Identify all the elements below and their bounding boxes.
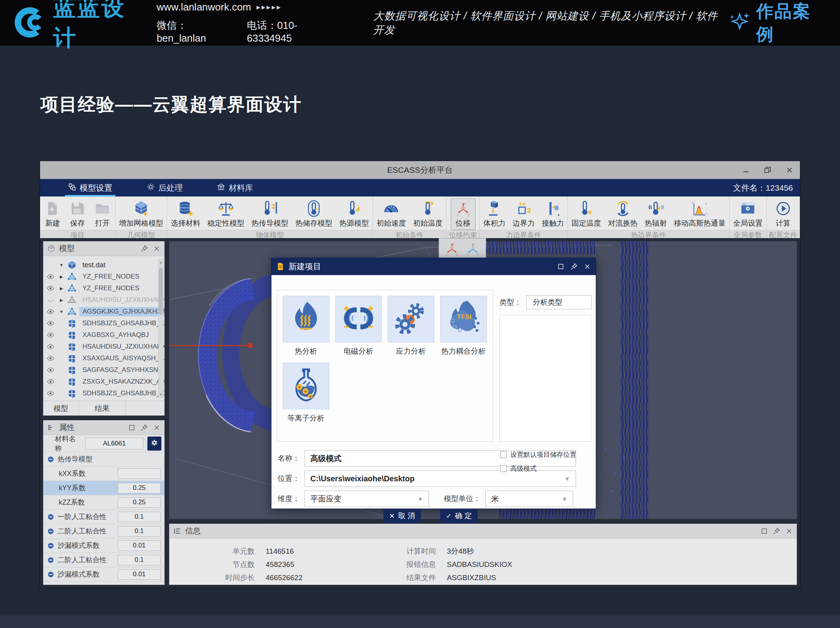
property-row-kXX系数[interactable]: kXX系数	[43, 467, 164, 481]
tab-模型设置[interactable]: 模型设置	[62, 179, 119, 196]
property-input[interactable]: 0.01	[118, 540, 161, 551]
tree-item[interactable]: ▶YZ_FREE_NODES	[46, 282, 157, 294]
panel-tab-模型[interactable]: 模型	[43, 401, 79, 416]
toolbar-button-计算[interactable]: 计算	[771, 198, 796, 230]
minus-circle-icon[interactable]	[47, 556, 54, 564]
popout-icon[interactable]	[557, 263, 565, 270]
eye-icon[interactable]	[46, 343, 56, 351]
toolbar-button-新建[interactable]: 新建	[40, 198, 65, 230]
toolbar-button-热传导模型[interactable]: 热传导模型	[248, 198, 292, 230]
tree-item[interactable]: HSAUHDISU_JZXIUXHAHX	[46, 341, 157, 353]
toolbar-button-保存[interactable]: 保存	[65, 198, 90, 230]
type-input[interactable]: 分析类型	[526, 295, 592, 309]
tree-item[interactable]: XSAXGAUS_AISYAQSH_ASHX	[46, 353, 157, 364]
tree-item[interactable]: SDHSBJZS_GHSABJHB_ZAHU	[46, 388, 157, 399]
eye-icon[interactable]	[46, 284, 56, 292]
dimension-select[interactable]: 平面应变 ▼	[304, 491, 429, 507]
toolbar-button-固定温度[interactable]: 固定温度	[568, 198, 604, 230]
pin-icon[interactable]	[140, 424, 148, 432]
toolbar-button-增加网格模型[interactable]: 增加网格模型	[116, 198, 167, 230]
caret-right-icon[interactable]: ▶	[58, 298, 65, 303]
toolbar-button-热源模型[interactable]: 热源模型	[336, 198, 373, 230]
eye-closed-icon[interactable]	[46, 296, 56, 304]
window-titlebar[interactable]: ESCASS分析平台	[40, 161, 800, 179]
minus-circle-icon[interactable]	[47, 542, 54, 549]
caret-down-icon[interactable]: ▼	[58, 263, 65, 267]
property-input[interactable]: 0.1	[118, 526, 161, 537]
property-input[interactable]: 0.1	[118, 555, 161, 565]
eye-icon[interactable]	[46, 319, 56, 327]
checkbox-icon[interactable]	[500, 465, 507, 472]
toolbar-button-热储存模型[interactable]: 热储存模型	[292, 198, 336, 230]
analysis-card-等离子分析[interactable]: +++等离子分析	[280, 363, 332, 423]
minus-circle-icon[interactable]	[47, 456, 54, 463]
property-input[interactable]: 0.1	[118, 512, 161, 522]
cancel-button[interactable]: ✕ 取 消	[383, 509, 421, 523]
close-icon[interactable]	[153, 424, 161, 432]
dialog-titlebar[interactable]: 新建项目	[271, 258, 596, 275]
eye-icon[interactable]	[46, 354, 56, 362]
minimize-icon[interactable]	[741, 165, 751, 175]
advanced-mode-checkbox[interactable]: 高级模式	[500, 464, 537, 473]
toolbar-button-体积力[interactable]: 体积力	[480, 198, 509, 230]
eye-icon[interactable]	[46, 308, 56, 316]
axis-blue-icon[interactable]: zxy	[465, 241, 481, 256]
toolbar-button-初始速度[interactable]: 初始速度	[373, 198, 410, 230]
toolbar-button-移动高斯热通量[interactable]: zyx移动高斯热通量	[670, 198, 729, 230]
material-settings-button[interactable]	[147, 437, 161, 451]
property-row-沙漏模式系数[interactable]: 沙漏模式系数0.01	[43, 539, 164, 553]
close-icon[interactable]	[784, 165, 794, 175]
tree-item[interactable]: SDHSBJZS_GHSABJHB_ZAHU	[46, 318, 157, 329]
property-input[interactable]: 0.25	[118, 497, 161, 508]
tree-item[interactable]: SAGFASGZ_ASYHHXSN	[46, 364, 157, 376]
scroll-down-icon[interactable]: ▼	[159, 393, 163, 396]
pin-icon[interactable]	[140, 245, 148, 253]
card-flask-icon[interactable]: +++	[283, 363, 329, 409]
eye-icon[interactable]	[46, 331, 56, 339]
type-list-box[interactable]	[499, 315, 591, 442]
close-icon[interactable]	[153, 245, 161, 253]
caret-down-icon[interactable]: ▼	[58, 309, 65, 314]
panel-tab-结果[interactable]: 结果	[79, 401, 126, 416]
analysis-card-电磁分析[interactable]: 电磁分析	[332, 296, 385, 356]
tab-材料库[interactable]: 材料库	[211, 179, 259, 196]
card-tfsi-icon[interactable]: TFSI	[440, 296, 487, 342]
toolbar-button-选择材料[interactable]: 选择材料	[167, 198, 204, 230]
property-row-二阶人工粘合性[interactable]: 二阶人工粘合性0.1	[43, 524, 164, 539]
tab-后处理[interactable]: 后处理	[140, 179, 189, 196]
toolbar-button-全局设置[interactable]: 全局设置	[730, 198, 766, 230]
card-gears-icon[interactable]	[388, 296, 434, 342]
caret-right-icon[interactable]: ▶	[58, 274, 65, 279]
close-icon[interactable]	[583, 263, 591, 270]
tree-item[interactable]: ▼AGSGKJKG_GJHXAJKHXA	[46, 306, 157, 318]
unit-select[interactable]: 米 ▼	[485, 491, 573, 507]
eye-icon[interactable]	[46, 389, 56, 397]
toolbar-button-稳定性模型[interactable]: 稳定性模型	[204, 198, 248, 230]
property-row-一阶人工粘合性[interactable]: 一阶人工粘合性0.1	[43, 510, 164, 524]
property-row-kZZ系数[interactable]: kZZ系数0.25	[43, 495, 164, 510]
default-location-checkbox[interactable]: 设置默认项目储存位置	[500, 450, 576, 459]
pin-icon[interactable]	[570, 263, 578, 270]
scrollbar-thumb[interactable]	[159, 268, 163, 315]
minus-circle-icon[interactable]	[47, 513, 54, 521]
eye-icon[interactable]	[46, 273, 56, 281]
property-row-热传导模型[interactable]: 热传导模型	[43, 452, 164, 467]
eye-icon[interactable]	[46, 378, 56, 386]
minus-circle-icon[interactable]	[47, 571, 54, 578]
toolbar-button-打开[interactable]: 打开	[90, 198, 115, 230]
analysis-card-热力耦合分析[interactable]: TFSI热力耦合分析	[437, 296, 490, 356]
caret-right-icon[interactable]: ▶	[58, 286, 65, 291]
toolbar-button-位移[interactable]: zxy位移	[451, 198, 476, 230]
tree-item[interactable]: ▶HSAUHDISU_JZXIUXHAHX	[46, 294, 157, 306]
toolbar-button-对流换热[interactable]: 对流换热	[605, 198, 641, 230]
toolbar-button-边界力[interactable]: 边界力	[509, 198, 538, 230]
popout-icon[interactable]	[760, 527, 768, 535]
pin-icon[interactable]	[773, 527, 780, 535]
popout-icon[interactable]	[128, 424, 136, 432]
ok-button[interactable]: ✓ 确 定	[440, 509, 478, 523]
tree-item[interactable]: ZSXGX_HSAKAZNZXK_AHASX	[46, 376, 157, 388]
property-row-二阶人工粘合性[interactable]: 二阶人工粘合性0.1	[43, 553, 164, 567]
card-magnet-icon[interactable]	[335, 296, 382, 342]
tree-item[interactable]: ▶YZ_FREE_NODES	[46, 271, 157, 282]
close-icon[interactable]	[785, 527, 793, 535]
